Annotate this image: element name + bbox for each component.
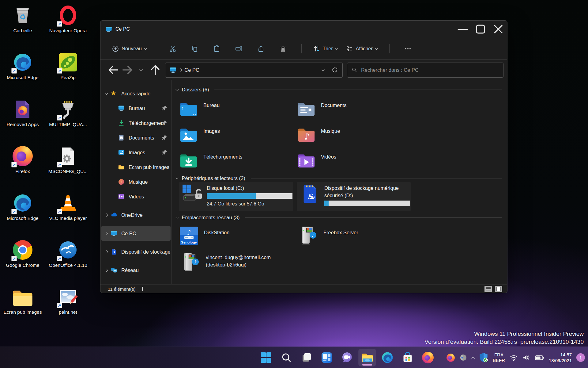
desktop-icon-openoffice-4-1-10[interactable]: ↗ OpenOffice 4.1.10	[45, 237, 91, 284]
taskbar-firefox-button[interactable]	[419, 349, 436, 366]
large-icons-view-button[interactable]	[495, 286, 502, 292]
sidebar-item-telechargement[interactable]: Téléchargement	[101, 116, 171, 130]
back-button[interactable]	[107, 63, 120, 77]
section-header-emplacements-reseau-3[interactable]: Emplacements réseau (3)	[176, 212, 502, 223]
desktop-icon-firefox[interactable]: ↗ Firefox	[0, 143, 45, 190]
status-caret	[142, 287, 143, 291]
desktop-icon-peazip[interactable]: ↗ PeaZip	[45, 49, 91, 96]
taskbar-search-button[interactable]	[278, 349, 295, 366]
folder-tile-videos[interactable]: Vidéos	[297, 150, 411, 172]
desktop-icon-ecran-pub-images[interactable]: Ecran pub images	[0, 284, 45, 331]
folder-tile-musique[interactable]: ♪ Musique	[297, 125, 411, 146]
titlebar[interactable]: Ce PC	[100, 21, 507, 38]
chevron-right-icon[interactable]	[101, 251, 111, 253]
desktop-icon-multimp-qua[interactable]: ↗ MULTIMP_QUA...	[45, 96, 91, 143]
sidebar-item-videos[interactable]: Vidéos	[101, 189, 171, 204]
device-tile-dispositif-de-stockage-numerique-securise-d[interactable]: S Dispositif de stockage numérique sécur…	[297, 182, 411, 211]
copy-button[interactable]	[191, 45, 198, 52]
minimize-button[interactable]	[454, 21, 472, 38]
sidebar-item-label: Ce PC	[121, 231, 136, 236]
chevron-down-icon[interactable]	[101, 93, 111, 95]
taskbar-start-button[interactable]	[258, 349, 275, 366]
chevron-right-icon[interactable]	[101, 269, 111, 271]
desktop-icon-msconfig-qu[interactable]: ↗ MSCONFIG_QU...	[45, 143, 91, 190]
sidebar-item-acces-rapide[interactable]: ★Accès rapide	[101, 86, 171, 101]
desktop-icon-microsoft-edge[interactable]: ↗ Microsoft Edge	[0, 49, 45, 96]
tile-label: Musique	[321, 127, 340, 135]
taskbar-widgets-button[interactable]	[318, 349, 335, 366]
sidebar-item-onedrive[interactable]: OneDrive	[101, 208, 171, 222]
taskbar-explorer-button[interactable]	[359, 349, 376, 366]
folder-tile-documents[interactable]: Documents	[297, 99, 411, 120]
wifi-icon[interactable]	[510, 354, 518, 361]
folder-tile-images[interactable]: Images	[179, 125, 293, 146]
search-box[interactable]	[347, 63, 503, 78]
sidebar-item-ecran-pub-images[interactable]: Ecran pub images	[101, 160, 171, 174]
sort-button[interactable]: Trier	[313, 45, 338, 52]
section-header-dossiers-6[interactable]: Dossiers (6)	[176, 84, 502, 95]
chevron-right-icon[interactable]	[101, 232, 111, 235]
cut-button[interactable]	[169, 45, 176, 52]
chevron-right-icon[interactable]	[101, 214, 111, 216]
taskbar-task-view-button[interactable]	[298, 349, 315, 366]
maximize-button[interactable]	[472, 21, 489, 38]
desktop-icon-paint-net[interactable]: ↗ paint.net	[45, 284, 91, 331]
language-indicator[interactable]: FRA BEFR	[493, 352, 505, 363]
chevron-down-icon	[176, 176, 179, 179]
taskbar-store-button[interactable]	[399, 349, 416, 366]
sidebar-item-dispositif-de-stockage[interactable]: SDispositif de stockage	[101, 244, 171, 259]
sidebar-item-documents[interactable]: Documents	[101, 130, 171, 145]
sidebar-item-reseau[interactable]: Réseau	[101, 263, 171, 278]
notification-badge[interactable]: 1	[576, 353, 585, 362]
sidebar-item-ce-pc[interactable]: Ce PC	[101, 226, 171, 241]
volume-icon[interactable]	[522, 354, 530, 361]
device-tile-disque-local-c[interactable]: Disque local (C:) 24,7 Go libres sur 57,…	[179, 182, 293, 211]
sidebar-item-images[interactable]: Images	[101, 145, 171, 160]
taskbar-chat-button[interactable]	[338, 349, 356, 366]
content-pane: Dossiers (6) Bureau Documents Images♪ Mu…	[172, 80, 507, 284]
network-tile-freebox-server[interactable]: ♪ Freebox Server	[297, 225, 411, 249]
network-tile-vincent-duguy-hotmail-com-desktop-b2h6uqi[interactable]: ♪ vincent_duguy@hotmail.com(desktop-b2h6…	[179, 251, 293, 275]
desktop-icon-removed-apps[interactable]: Removed Apps	[0, 96, 45, 143]
paste-button[interactable]	[213, 45, 221, 52]
sidebar-item-bureau[interactable]: Bureau	[101, 101, 171, 116]
disk-usage-bar	[207, 193, 292, 199]
address-bar[interactable]: Ce PC	[165, 63, 343, 78]
network-tile-diskstation[interactable]: ♪Synology DiskStation	[179, 225, 293, 249]
details-view-button[interactable]	[484, 286, 492, 292]
battery-icon[interactable]	[535, 354, 544, 361]
toolbar-divider	[154, 44, 154, 53]
sort-button-label: Trier	[323, 46, 333, 52]
up-button[interactable]	[149, 63, 162, 77]
address-dropdown-chevron[interactable]	[322, 68, 324, 71]
search-input[interactable]	[361, 67, 499, 73]
firefox-tray-icon[interactable]	[447, 354, 455, 362]
refresh-icon[interactable]	[331, 67, 338, 73]
desktop-icon-microsoft-edge[interactable]: ↗ Microsoft Edge	[0, 190, 45, 237]
recent-locations-chevron[interactable]	[134, 63, 148, 77]
forward-button[interactable]	[121, 63, 134, 77]
show-hidden-icons-chevron[interactable]	[472, 356, 474, 359]
tray-app-icon[interactable]	[459, 354, 467, 362]
rename-button[interactable]	[235, 45, 243, 52]
chevron-down-icon	[176, 88, 179, 90]
desktop-icon-google-chrome[interactable]: ↗ Google Chrome	[0, 237, 45, 284]
more-options-button[interactable]	[404, 45, 412, 52]
music-icon: ♪	[118, 178, 125, 185]
desktop-icon-label: Firefox	[15, 169, 30, 174]
desktop-icon-corbeille[interactable]: ♻ Corbeille	[0, 2, 45, 49]
new-button[interactable]: Nouveau	[112, 45, 147, 52]
share-button[interactable]	[257, 45, 265, 52]
delete-button[interactable]	[279, 45, 287, 52]
folder-tile-telechargements[interactable]: Téléchargements	[179, 150, 293, 172]
desktop-icon-navigateur-opera[interactable]: ↗ Navigateur Opera	[45, 2, 91, 49]
clock[interactable]: 14:57 18/09/2021	[549, 352, 572, 363]
sidebar-item-musique[interactable]: ♪Musique	[101, 174, 171, 189]
close-button[interactable]	[489, 21, 507, 38]
folder-tile-bureau[interactable]: Bureau	[179, 99, 293, 120]
taskbar-edge-button[interactable]	[379, 349, 396, 366]
breadcrumb-path[interactable]: Ce PC	[184, 67, 199, 73]
view-button[interactable]: Afficher	[346, 45, 377, 52]
desktop-icon-vlc-media-player[interactable]: ↗ VLC media player	[45, 190, 91, 237]
defender-shield-icon[interactable]	[479, 353, 488, 362]
